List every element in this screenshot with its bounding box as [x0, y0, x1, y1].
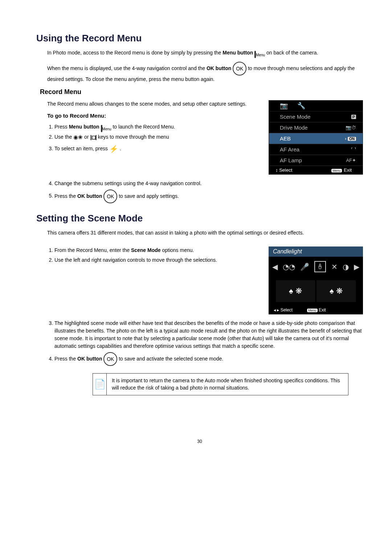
menu-row-label: AF Lamp [280, 157, 302, 163]
menu-row-value: AF✦ [346, 158, 356, 163]
scene-step4-a: Press the [54, 356, 77, 362]
scene-footer-select-text: Select [281, 307, 293, 313]
note-box: 📄 It is important to return the camera t… [93, 373, 348, 395]
ok-button-icon: OK [103, 190, 117, 203]
menu-row-aeb: AEB › ON [269, 133, 363, 144]
scene-footer-exit-text: Exit [319, 307, 326, 313]
scene-title-candlelight: Candlelight [269, 247, 363, 257]
heading-record-menu: Record Menu [40, 88, 363, 96]
scene-icon-candlelight: 🕯 [314, 261, 326, 272]
record-step-2: Use the ◉❀ or |◻| keys to move through t… [54, 133, 261, 142]
scene-footer-select: ◂ ▸ Select [274, 307, 293, 313]
menu-row-drive-mode: Drive Mode 📷⏱ [269, 122, 363, 133]
step1-bold: Menu button [69, 124, 99, 130]
intro-text-1b: on back of the camera. [266, 50, 318, 56]
step5-bold: OK button [77, 193, 102, 199]
arrow-left-icon: ◀ [272, 262, 278, 271]
scene-step-2: Use the left and right navigation contro… [54, 256, 261, 264]
intro-text-2a: When the menu is displayed, use the 4-wa… [47, 65, 207, 71]
scene-footer-exit: Menu Exit [307, 307, 326, 313]
p-badge: P [351, 115, 356, 119]
intro-paragraph-1: In Photo mode, access to the Record menu… [47, 49, 363, 57]
heading-go-to-record-menu: To go to Record Menu: [47, 113, 261, 119]
scene-step-1: From the Record Menu, enter the Scene Mo… [54, 247, 261, 254]
menu-row-label: AF Area [280, 146, 299, 152]
note-icon: 📄 [93, 374, 107, 395]
menu-row-value: › ON [345, 136, 356, 141]
tab-wrench-icon: 🔧 [297, 102, 305, 110]
record-menu-description: The Record menu allows changes to the sc… [47, 100, 261, 107]
menu-button-sublabel: Menu [256, 53, 265, 57]
scene-step1-a: From the Record Menu, enter the [54, 247, 131, 253]
step3-b: . [120, 146, 121, 151]
scene-step1-b: options menu. [162, 247, 194, 253]
menu-button-icon: Menu [101, 125, 111, 133]
menu-row-value: P [351, 114, 356, 119]
aeb-prefix: › [345, 136, 346, 141]
scene-preview-row: ♠ ❋ ♠ ❋ [269, 277, 363, 306]
step1-b: to launch the Record Menu. [113, 124, 175, 130]
menu-row-value: ⸢ ⸣ [351, 147, 356, 152]
step2-b: keys to move through the menu [98, 134, 169, 140]
menu-footer-select: ↕ Select [275, 167, 292, 173]
scene-intro-paragraph: This camera offers 31 different modes, t… [47, 229, 363, 236]
display-key-icon: |◻| [90, 133, 96, 142]
record-step-3: To select an item, press ⚡ . [54, 143, 261, 154]
note-text: It is important to return the camera to … [107, 374, 348, 395]
flash-icon: ⚡ [109, 143, 118, 154]
menu-tabs: 📷 🔧 [269, 101, 363, 111]
scene-step-3: The highlighted scene mode will either h… [54, 319, 363, 350]
menu-row-label: Drive Mode [280, 125, 308, 131]
step3-a: To select an item, press [54, 146, 109, 151]
footer-select-text: Select [279, 167, 292, 173]
intro-paragraph-2: When the menu is displayed, use the 4-wa… [47, 62, 363, 83]
footer-exit-text: Exit [344, 167, 352, 173]
arrow-right-icon: ▶ [354, 262, 359, 271]
menu-button-icon: Menu [254, 51, 265, 58]
on-badge: ON [348, 137, 356, 141]
scene-mode-screenshot: Candlelight ◀ ◔◔ 🎤 🕯 ✕ ◑ ▶ ♠ ❋ ♠ ❋ ◂ ▸ S… [269, 247, 363, 314]
step1-a: Press [54, 124, 69, 130]
menu-button-label-text: Menu button [222, 50, 253, 56]
step5-b: to save and apply settings. [119, 193, 179, 199]
scene-step4-bold: OK button [77, 356, 102, 362]
menu-button-sublabel: Menu [102, 127, 111, 131]
scene-icon-2: 🎤 [300, 262, 309, 271]
step2-a: Use the [54, 134, 73, 140]
record-menu-screenshot: 📷 🔧 Scene Mode P Drive Mode 📷⏱ AEB › ON … [269, 100, 363, 175]
record-step-1: Press Menu button Menu to launch the Rec… [54, 123, 261, 131]
step2-or: or [84, 134, 90, 140]
tab-camera-icon: 📷 [280, 102, 288, 110]
scene-preview-left: ♠ ❋ [276, 280, 315, 302]
menu-footer-exit: Menu Exit [331, 167, 352, 173]
scene-icon-1: ◔◔ [283, 262, 295, 271]
menu-footer: ↕ Select Menu Exit [269, 166, 363, 174]
step5-a: Press the [54, 193, 77, 199]
scene-preview-right: ♠ ❋ [317, 280, 356, 302]
scene-footer: ◂ ▸ Select Menu Exit [269, 306, 363, 314]
menu-row-scene-mode: Scene Mode P [269, 111, 363, 122]
scene-footer-arrows: ◂ ▸ [274, 307, 279, 313]
intro-text-1a: In Photo mode, access to the Record menu… [47, 50, 222, 56]
page-number: 30 [36, 439, 363, 444]
menu-row-label: Scene Mode [280, 114, 310, 120]
menu-row-af-area: AF Area ⸢ ⸣ [269, 144, 363, 155]
macro-key-icon: ◉❀ [73, 133, 83, 142]
heading-setting-scene-mode: Setting the Scene Mode [36, 213, 363, 224]
heading-using-record-menu: Using the Record Menu [36, 33, 363, 44]
scene-icon-5: ◑ [343, 262, 349, 271]
scene-step4-b: to save and activate the selected scene … [119, 356, 223, 362]
scene-step-4: Press the OK button OK to save and activ… [54, 352, 363, 366]
ok-button-label-text: OK button [207, 65, 231, 71]
ok-button-icon: OK [103, 352, 117, 366]
menu-row-label: AEB [280, 135, 291, 142]
footer-arrows: ↕ [275, 167, 278, 173]
record-step-4: Change the submenu settings using the 4-… [54, 180, 363, 187]
scene-icon-4: ✕ [331, 262, 338, 271]
menu-badge: Menu [307, 309, 318, 312]
record-step-5: Press the OK button OK to save and apply… [54, 190, 363, 203]
scene-step1-bold: Scene Mode [131, 247, 161, 253]
menu-badge: Menu [331, 169, 342, 172]
ok-button-icon: OK [233, 62, 246, 76]
menu-row-af-lamp: AF Lamp AF✦ [269, 155, 363, 166]
